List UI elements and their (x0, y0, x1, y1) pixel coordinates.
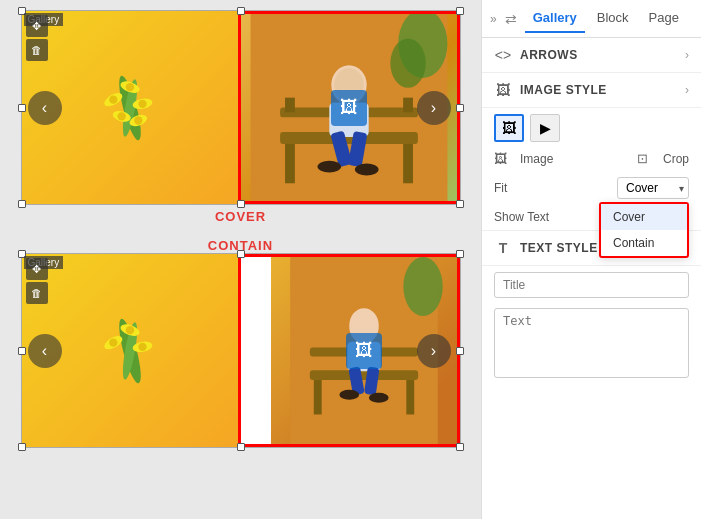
prev-arrow-contain[interactable]: ‹ (28, 334, 62, 368)
svg-point-14 (390, 39, 425, 88)
contain-gallery-wrapper: Gallery ✥ 🗑 (21, 253, 461, 448)
image-style-row[interactable]: 🖼 IMAGE STYLE › (482, 73, 701, 108)
svg-point-35 (138, 342, 146, 350)
image-style-buttons: 🖼 ▶ (482, 108, 701, 146)
cover-label: COVER (215, 209, 266, 224)
image-style-icon: 🖼 (494, 81, 512, 99)
gallery-controls-cover: ✥ 🗑 (26, 15, 48, 61)
handle-br-contain[interactable] (456, 443, 464, 451)
tab-page[interactable]: Page (641, 4, 687, 33)
crop-sub-label: Crop (663, 152, 689, 166)
svg-point-7 (138, 99, 146, 107)
svg-point-9 (117, 112, 125, 120)
fit-option-cover[interactable]: Cover (601, 204, 687, 230)
tab-gallery[interactable]: Gallery (525, 4, 585, 33)
text-style-icon: T (494, 239, 512, 257)
fit-dropdown-popup: Cover Contain (599, 202, 689, 258)
handle-tm-contain[interactable] (237, 250, 245, 258)
svg-point-46 (339, 390, 359, 400)
handle-tm-cover[interactable] (237, 7, 245, 15)
next-arrow-contain[interactable]: › (417, 334, 451, 368)
handle-bm-contain[interactable] (237, 443, 245, 451)
cover-section: Gallery ✥ 🗑 (10, 10, 471, 224)
fit-select-wrapper: Cover Contain ▾ (617, 177, 689, 199)
image-sub-icon: 🖼 (494, 151, 510, 167)
svg-point-37 (403, 257, 442, 316)
flower-cell-cover: ‹ (22, 11, 238, 204)
prev-arrow-cover[interactable]: ‹ (28, 91, 62, 125)
fit-label: Fit (494, 181, 617, 195)
handle-tr-cover[interactable] (456, 7, 464, 15)
tab-block[interactable]: Block (589, 4, 637, 33)
svg-point-27 (354, 164, 378, 176)
arrows-row[interactable]: <> ARROWS › (482, 38, 701, 73)
fit-dropdown[interactable]: Cover Contain (617, 177, 689, 199)
next-arrow-cover[interactable]: › (417, 91, 451, 125)
image-style-btn[interactable]: 🖼 (494, 114, 524, 142)
title-input[interactable] (494, 272, 689, 298)
handle-bl-cover[interactable] (18, 200, 26, 208)
text-textarea[interactable] (494, 308, 689, 378)
image-style-chevron: › (685, 83, 689, 97)
handle-ml-contain[interactable] (18, 347, 26, 355)
left-panel: Gallery ✥ 🗑 (0, 0, 481, 519)
contain-white-left (241, 257, 271, 444)
svg-point-5 (125, 83, 133, 91)
cover-gallery-wrapper: Gallery ✥ 🗑 (21, 10, 461, 205)
panel-body: <> ARROWS › 🖼 IMAGE STYLE › 🖼 ▶ 🖼 Image … (482, 38, 701, 519)
svg-rect-38 (309, 370, 417, 380)
gallery-images-contain: ‹ (22, 254, 460, 447)
arrows-label: ARROWS (520, 48, 685, 62)
right-panel: » ⇄ Gallery Block Page <> ARROWS › 🖼 IMA… (481, 0, 701, 519)
gallery-images-cover: ‹ (22, 11, 460, 204)
svg-point-47 (368, 393, 388, 403)
handle-mr-contain[interactable] (456, 347, 464, 355)
delete-btn-cover[interactable]: 🗑 (26, 39, 48, 61)
svg-rect-20 (403, 98, 413, 113)
svg-rect-19 (285, 98, 295, 113)
handle-bm-cover[interactable] (237, 200, 245, 208)
bench-cell-cover: 🖼 › (238, 11, 460, 204)
svg-rect-17 (403, 144, 413, 183)
arrows-icon: <> (494, 46, 512, 64)
handle-ml-cover[interactable] (18, 104, 26, 112)
gallery-controls-contain: ✥ 🗑 (26, 258, 48, 304)
fit-option-contain[interactable]: Contain (601, 230, 687, 256)
fit-row: Fit Cover Contain ▾ Cover Contain (482, 172, 701, 204)
bench-cell-contain: 🖼 › (238, 254, 460, 447)
svg-rect-40 (406, 380, 414, 414)
handle-tr-contain[interactable] (456, 250, 464, 258)
svg-rect-16 (285, 144, 295, 183)
svg-point-3 (109, 95, 117, 103)
move-btn-contain[interactable]: ✥ (26, 258, 48, 280)
svg-point-33 (125, 326, 133, 334)
tabs-bar: » ⇄ Gallery Block Page (482, 0, 701, 38)
crop-sub-icon: ⊡ (637, 151, 653, 167)
handle-br-cover[interactable] (456, 200, 464, 208)
tab-sync-icon: ⇄ (505, 11, 517, 27)
image-crop-row: 🖼 Image ⊡ Crop (482, 146, 701, 172)
image-style-label: IMAGE STYLE (520, 83, 685, 97)
handle-mr-cover[interactable] (456, 104, 464, 112)
tab-scroll-arrows: » (490, 12, 497, 26)
handle-bl-contain[interactable] (18, 443, 26, 451)
contain-section: CONTAIN Gallery ✥ 🗑 (10, 234, 471, 448)
image-sub-label: Image (520, 152, 631, 166)
image-icon-cover: 🖼 (331, 90, 367, 126)
video-style-btn[interactable]: ▶ (530, 114, 560, 142)
delete-btn-contain[interactable]: 🗑 (26, 282, 48, 304)
image-icon-contain: 🖼 (346, 333, 382, 369)
svg-rect-39 (313, 380, 321, 414)
arrows-chevron: › (685, 48, 689, 62)
svg-point-26 (317, 161, 341, 173)
svg-point-31 (109, 338, 117, 346)
move-btn-cover[interactable]: ✥ (26, 15, 48, 37)
svg-point-11 (134, 116, 142, 124)
flower-cell-contain: ‹ (22, 254, 238, 447)
